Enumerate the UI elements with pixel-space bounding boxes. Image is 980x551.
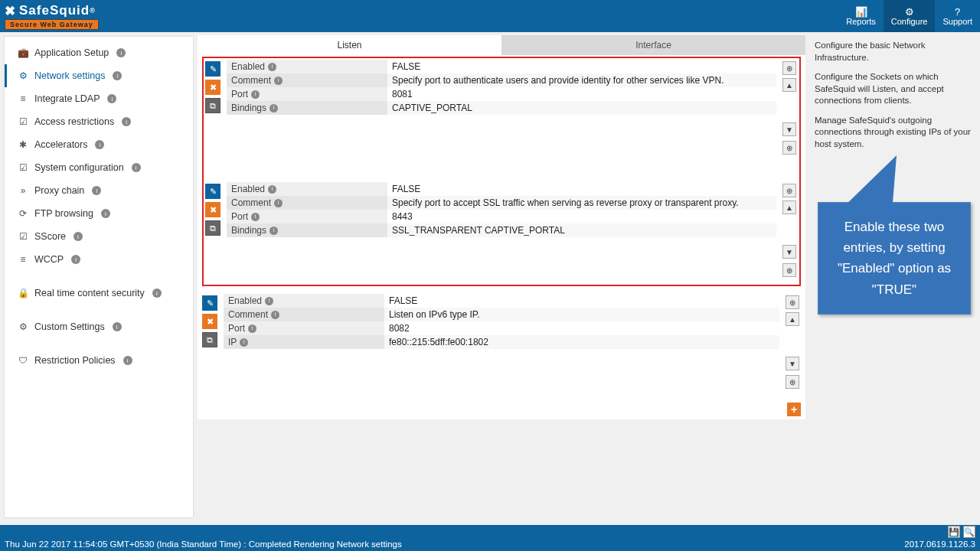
field-label: Porti	[227, 210, 387, 223]
info-icon[interactable]: i	[101, 209, 110, 218]
callout-arrow	[838, 155, 910, 212]
info-icon[interactable]: i	[132, 163, 141, 172]
footer-version: 2017.0619.1126.3	[904, 540, 975, 549]
field-label: IPi	[224, 335, 384, 349]
help-column: Configure the basic Network Infrastructu…	[810, 32, 980, 522]
sidebar-item-restriction-policies[interactable]: 🛡Restriction Policiesi	[5, 349, 193, 372]
top-action-support[interactable]: ?Support	[935, 0, 980, 32]
field-label: Bindingsi	[227, 101, 387, 115]
save-icon[interactable]: 💾	[948, 526, 960, 538]
sidebar-icon: ≡	[18, 254, 28, 265]
clone-button[interactable]: ⧉	[205, 220, 220, 236]
info-icon[interactable]: i	[107, 94, 116, 103]
sidebar-item-network-settings[interactable]: ⚙Network settingsi	[5, 64, 193, 87]
sidebar-item-access-restrictions[interactable]: ☑Access restrictionsi	[5, 110, 193, 133]
info-icon[interactable]: i	[268, 185, 276, 194]
delete-button[interactable]: ✖	[202, 314, 217, 329]
info-icon[interactable]: i	[251, 90, 260, 99]
info-icon[interactable]: i	[92, 186, 101, 195]
edit-button[interactable]: ✎	[205, 184, 220, 199]
move-down-button[interactable]: ▼	[782, 122, 796, 136]
clone-button[interactable]: ⧉	[202, 332, 217, 347]
info-icon[interactable]: i	[152, 289, 162, 298]
move-down-button[interactable]: ▼	[782, 245, 796, 259]
tab-listen[interactable]: Listen	[198, 35, 501, 55]
sidebar-icon: ☑	[18, 116, 28, 127]
add-entry-button[interactable]: +	[787, 403, 801, 416]
sidebar-item-real-time-content-security[interactable]: 🔒Real time content securityi	[5, 282, 193, 305]
highlighted-entries: ✎✖⧉EnablediFALSECommentiSpecify port to …	[202, 57, 801, 286]
sidebar-label: Network settings	[34, 70, 105, 81]
delete-button[interactable]: ✖	[205, 80, 220, 95]
move-up-button[interactable]: ▲	[782, 201, 796, 214]
field-label: Commenti	[227, 196, 387, 210]
top-action-configure[interactable]: ⚙Configure	[884, 0, 936, 32]
sidebar-item-wccp[interactable]: ≡WCCPi	[5, 248, 193, 271]
move-up-button[interactable]: ▲	[782, 78, 796, 92]
sidebar-item-accelerators[interactable]: ✱Acceleratorsi	[5, 133, 193, 156]
field-value: Specify port to accept SSL traffic when …	[387, 196, 776, 210]
tabs: ListenInterface	[198, 35, 805, 55]
field-value: FALSE	[384, 294, 779, 308]
expand-button[interactable]: ⊕	[782, 141, 796, 155]
sidebar-icon: ⚙	[18, 70, 28, 81]
target-button[interactable]: ⊕	[786, 295, 799, 309]
info-icon[interactable]: i	[274, 77, 283, 85]
field-label: Porti	[227, 87, 387, 101]
info-icon[interactable]: i	[271, 311, 279, 319]
sidebar-item-integrate-ldap[interactable]: ≡Integrate LDAPi	[5, 87, 193, 110]
config-entry: ✎✖⧉EnablediFALSECommentiSpecify port to …	[205, 60, 798, 155]
info-icon[interactable]: i	[71, 255, 80, 264]
info-icon[interactable]: i	[240, 338, 248, 347]
help-text: Manage SafeSquid's outgoing connections …	[815, 115, 974, 151]
edit-button[interactable]: ✎	[202, 295, 217, 311]
top-action-reports[interactable]: 📊Reports	[838, 0, 884, 32]
info-icon[interactable]: i	[265, 297, 273, 305]
tab-interface[interactable]: Interface	[501, 35, 805, 55]
info-icon[interactable]: i	[122, 117, 131, 126]
sidebar-item-proxy-chain[interactable]: »Proxy chaini	[5, 179, 193, 202]
field-value: FALSE	[387, 60, 776, 73]
configure-icon: ⚙	[905, 7, 914, 17]
sidebar-item-application-setup[interactable]: 💼Application Setupi	[5, 41, 193, 64]
info-icon[interactable]: i	[123, 356, 132, 365]
field-label: Bindingsi	[227, 223, 387, 237]
info-icon[interactable]: i	[270, 104, 278, 112]
reports-icon: 📊	[855, 7, 867, 17]
sidebar-item-system-configuration[interactable]: ☑System configurationi	[5, 156, 193, 179]
expand-button[interactable]: ⊕	[786, 375, 799, 389]
field-label: Enabledi	[224, 294, 384, 308]
sidebar-icon: ⚙	[18, 321, 28, 332]
info-icon[interactable]: i	[95, 140, 104, 149]
info-icon[interactable]: i	[74, 232, 83, 241]
delete-button[interactable]: ✖	[205, 202, 220, 217]
expand-button[interactable]: ⊕	[782, 263, 796, 277]
info-icon[interactable]: i	[251, 213, 260, 221]
sidebar-label: Access restrictions	[34, 116, 114, 127]
sidebar-label: WCCP	[34, 254, 64, 265]
info-icon[interactable]: i	[270, 227, 278, 235]
target-button[interactable]: ⊕	[782, 61, 796, 75]
field-value: Specify port to authenticate users and p…	[387, 73, 776, 87]
field-value: 8443	[387, 210, 776, 223]
sidebar-label: Proxy chain	[34, 185, 84, 196]
sidebar-item-custom-settings[interactable]: ⚙Custom Settingsi	[5, 315, 193, 338]
info-icon[interactable]: i	[116, 48, 126, 57]
clone-button[interactable]: ⧉	[205, 98, 220, 113]
info-icon[interactable]: i	[274, 199, 283, 207]
edit-button[interactable]: ✎	[205, 61, 220, 77]
info-icon[interactable]: i	[268, 63, 276, 71]
help-text: Configure the basic Network Infrastructu…	[815, 40, 974, 64]
target-button[interactable]: ⊕	[782, 184, 796, 197]
info-icon[interactable]: i	[248, 324, 256, 333]
move-up-button[interactable]: ▲	[786, 312, 799, 326]
top-actions: 📊Reports⚙Configure?Support	[838, 0, 980, 32]
sidebar-item-ftp-browsing[interactable]: ⟳FTP browsingi	[5, 202, 193, 225]
field-label: Commenti	[224, 308, 384, 321]
info-icon[interactable]: i	[113, 71, 122, 80]
field-label: Porti	[224, 321, 384, 335]
info-icon[interactable]: i	[113, 322, 122, 331]
move-down-button[interactable]: ▼	[786, 357, 799, 370]
sidebar-item-sscore[interactable]: ☑SScorei	[5, 225, 193, 248]
search-icon[interactable]: 🔍	[963, 526, 975, 538]
